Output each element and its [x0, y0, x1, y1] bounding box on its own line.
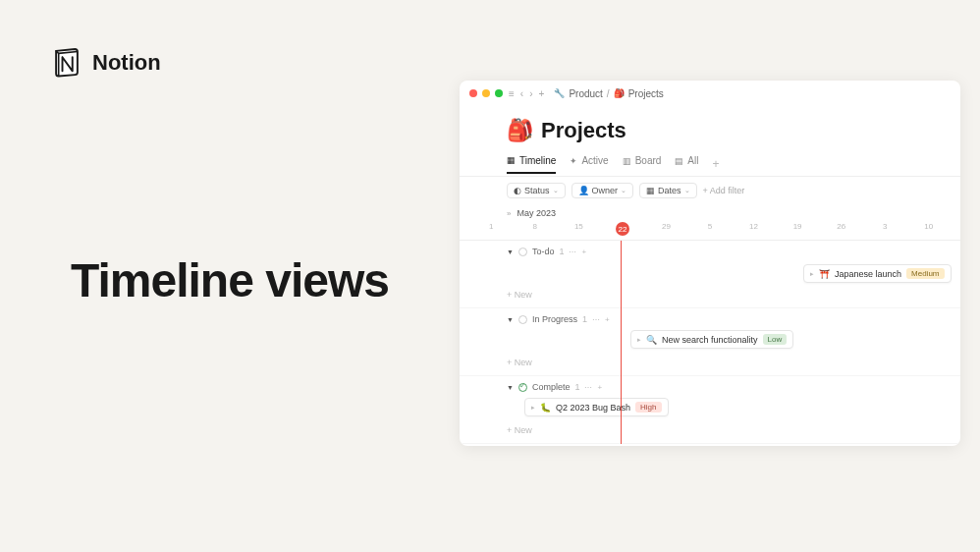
- maximize-button[interactable]: [495, 89, 503, 97]
- date-header: 1: [469, 222, 514, 236]
- date-header: 5: [688, 222, 733, 236]
- page-header: 🎒 Projects: [460, 106, 960, 151]
- add-filter-button[interactable]: + Add filter: [703, 186, 745, 195]
- timeline-card-search-functionality[interactable]: ▸ 🔍 New search functionality Low: [630, 330, 793, 349]
- card-icon: 🐛: [540, 403, 551, 413]
- date-header: 3: [863, 222, 907, 236]
- group-todo: ▼ To-do 1 ⋯ + ▸ ⛩️ Japanese launch Mediu…: [460, 241, 960, 308]
- new-page-icon[interactable]: +: [539, 88, 545, 99]
- group-header-todo[interactable]: ▼ To-do 1 ⋯ +: [460, 241, 960, 262]
- app-window: ≡ ‹ › + 🔧 Product / 🎒 Projects 🎒 Project…: [460, 81, 960, 446]
- month-label-row: » May 2023: [460, 204, 960, 220]
- card-title: New search functionality: [662, 335, 758, 345]
- breadcrumb-item-1[interactable]: Product: [569, 88, 602, 99]
- collapse-icon[interactable]: ▼: [507, 316, 514, 323]
- breadcrumb-icon-1: 🔧: [554, 88, 565, 98]
- page-heading: Timeline views: [71, 253, 389, 307]
- priority-badge: Medium: [906, 268, 944, 279]
- group-name: Complete: [532, 382, 571, 392]
- timeline-card-japanese-launch[interactable]: ▸ ⛩️ Japanese launch Medium: [803, 264, 952, 283]
- date-header: 12: [732, 222, 776, 236]
- page-title[interactable]: Projects: [541, 118, 626, 143]
- titlebar: ≡ ‹ › + 🔧 Product / 🎒 Projects: [460, 81, 960, 106]
- today-indicator-line: [621, 241, 622, 444]
- card-icon: 🔍: [646, 335, 657, 345]
- active-icon: ✦: [570, 156, 577, 166]
- chevron-down-icon: ⌄: [553, 187, 559, 194]
- status-todo-icon: [518, 248, 527, 256]
- group-header-complete[interactable]: ▼ Complete 1 ⋯ +: [460, 376, 960, 398]
- filters-row: ◐ Status ⌄ 👤 Owner ⌄ ▦ Dates ⌄ + Add fil…: [460, 177, 960, 204]
- tab-all[interactable]: ▤ All: [675, 155, 698, 172]
- chevron-down-icon: ⌄: [621, 187, 626, 194]
- filter-status[interactable]: ◐ Status ⌄: [507, 183, 566, 198]
- breadcrumb: 🔧 Product / 🎒 Projects: [554, 88, 663, 99]
- group-body: ▸ 🐛 Q2 2023 Bug Bash High: [460, 398, 960, 421]
- drag-handle-icon[interactable]: ▸: [531, 404, 535, 412]
- new-item-button[interactable]: + New: [460, 286, 960, 307]
- group-count: 1: [582, 314, 587, 324]
- drag-handle-icon[interactable]: ▸: [810, 270, 814, 278]
- group-more-icon[interactable]: ⋯: [569, 248, 576, 256]
- add-view-button[interactable]: +: [712, 157, 719, 171]
- all-icon: ▤: [675, 156, 683, 166]
- priority-badge: High: [635, 402, 661, 413]
- brand-name: Notion: [92, 50, 161, 76]
- group-header-in-progress[interactable]: ▼ In Progress 1 ⋯ +: [460, 308, 960, 330]
- filter-owner[interactable]: 👤 Owner ⌄: [572, 183, 634, 198]
- minimize-button[interactable]: [482, 89, 490, 97]
- group-add-icon[interactable]: +: [597, 383, 602, 392]
- owner-filter-icon: 👤: [578, 186, 589, 195]
- month-label: May 2023: [517, 208, 556, 218]
- collapse-icon[interactable]: ▼: [507, 248, 514, 255]
- menu-icon[interactable]: ≡: [509, 88, 515, 99]
- new-item-button[interactable]: + New: [460, 421, 960, 443]
- month-nav-icon[interactable]: »: [507, 209, 511, 218]
- date-header: 15: [557, 222, 601, 236]
- group-count: 1: [574, 382, 579, 392]
- timeline-card-bug-bash[interactable]: ▸ 🐛 Q2 2023 Bug Bash High: [524, 398, 669, 416]
- tab-active[interactable]: ✦ Active: [570, 155, 608, 172]
- card-title: Q2 2023 Bug Bash: [556, 403, 630, 413]
- new-item-button[interactable]: + New: [460, 354, 960, 375]
- tab-board[interactable]: ▥ Board: [623, 155, 662, 172]
- close-button[interactable]: [469, 89, 477, 97]
- drag-handle-icon[interactable]: ▸: [637, 336, 641, 344]
- group-complete: ▼ Complete 1 ⋯ + ▸ 🐛 Q2 2023 Bug Bash Hi…: [460, 376, 960, 444]
- date-header: 8: [514, 222, 558, 236]
- status-filter-icon: ◐: [514, 186, 521, 195]
- status-progress-icon: [518, 315, 527, 324]
- notion-logo-icon: [51, 47, 82, 79]
- breadcrumb-item-2[interactable]: Projects: [628, 88, 664, 99]
- group-body: ▸ 🔍 New search functionality Low: [460, 330, 960, 354]
- date-header: 26: [819, 222, 863, 236]
- back-icon[interactable]: ‹: [520, 88, 523, 99]
- group-name: In Progress: [532, 314, 577, 324]
- priority-badge: Low: [763, 334, 788, 345]
- group-add-icon[interactable]: +: [581, 248, 586, 256]
- date-header: 10: [906, 222, 951, 236]
- tab-timeline[interactable]: ▦ Timeline: [507, 155, 556, 174]
- group-more-icon[interactable]: ⋯: [584, 383, 592, 392]
- timeline-icon: ▦: [507, 155, 516, 165]
- status-complete-icon: [518, 383, 527, 392]
- group-more-icon[interactable]: ⋯: [592, 315, 600, 324]
- card-title: Japanese launch: [835, 269, 901, 279]
- dates-row: 1 8 15 22 29 5 12 19 26 3 10: [460, 220, 960, 241]
- timeline-groups: ▼ To-do 1 ⋯ + ▸ ⛩️ Japanese launch Mediu…: [460, 241, 960, 444]
- date-header: 19: [776, 222, 820, 236]
- timeline-area: » May 2023 1 8 15 22 29 5 12 19 26 3 10 …: [460, 204, 960, 444]
- window-controls: [469, 89, 503, 97]
- chevron-down-icon: ⌄: [684, 187, 690, 194]
- group-add-icon[interactable]: +: [605, 315, 610, 324]
- filter-dates[interactable]: ▦ Dates ⌄: [639, 183, 697, 198]
- breadcrumb-icon-2: 🎒: [614, 88, 625, 98]
- forward-icon[interactable]: ›: [529, 88, 532, 99]
- collapse-icon[interactable]: ▼: [507, 384, 514, 391]
- date-header-today: 22: [601, 222, 645, 236]
- page-icon[interactable]: 🎒: [507, 118, 533, 143]
- dates-filter-icon: ▦: [646, 186, 655, 195]
- brand-logo: Notion: [51, 47, 161, 79]
- group-name: To-do: [532, 247, 555, 256]
- board-icon: ▥: [623, 156, 631, 166]
